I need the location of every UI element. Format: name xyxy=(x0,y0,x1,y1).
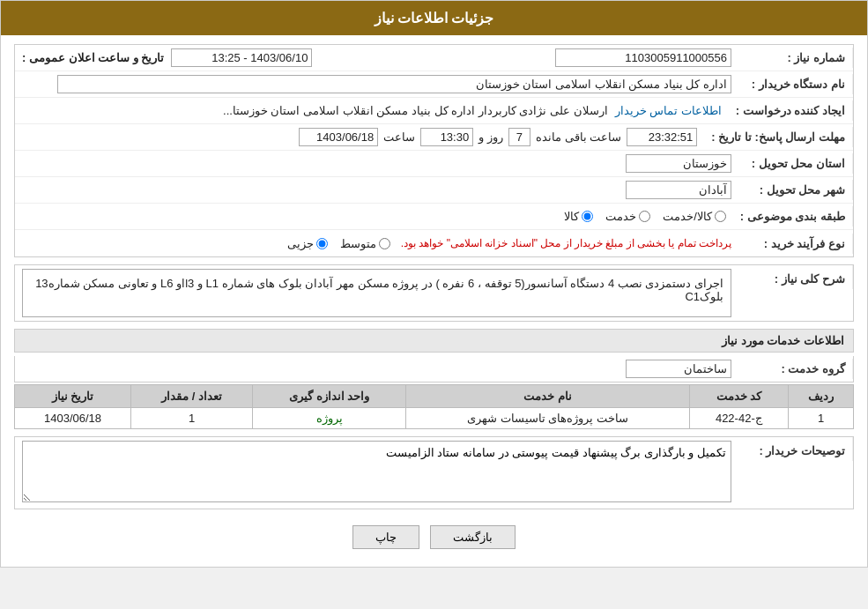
ijad-konande-label: ایجاد کننده درخواست : xyxy=(729,100,853,121)
radio-kala-khedmat-item: کالا/خدمت xyxy=(663,210,726,223)
shahr-value: آبادان xyxy=(626,181,731,199)
radio-motavaset[interactable] xyxy=(379,238,390,249)
col-vahed: واحد اندازه گیری xyxy=(253,385,406,408)
col-namkhedmat: نام خدمت xyxy=(406,385,689,408)
tarighe-label: طبقه بندی موضوعی : xyxy=(733,206,853,227)
remaining-label: ساعت باقی مانده xyxy=(536,130,621,144)
nove-farayand-label: نوع فرآیند خرید : xyxy=(738,234,853,254)
ijad-konande-value: اطلاعات تماس خریدار ارسلان علی نژادی کار… xyxy=(15,100,729,121)
nam-dastgah-value: اداره کل بنیاد مسکن انقلاب اسلامی استان … xyxy=(15,71,738,97)
roz-value: 7 xyxy=(508,128,530,146)
grohe-khedmat-label: گروه خدمت : xyxy=(738,359,853,379)
radio-kala-khedmat-label: کالا/خدمت xyxy=(663,210,712,223)
radio-motavaset-label: متوسط xyxy=(340,237,376,250)
saet-value: 13:30 xyxy=(420,128,473,146)
date-value: 1403/06/18 xyxy=(299,128,378,146)
grohe-khedmat-value: ساختمان xyxy=(626,360,731,378)
radio-kala-khedmat[interactable] xyxy=(715,211,726,222)
ettelaat-section-title: اطلاعات خدمات مورد نیاز xyxy=(14,329,854,353)
services-table: ردیف کد خدمت نام خدمت واحد اندازه گیری ت… xyxy=(14,384,854,429)
shahr-label: شهر محل تحویل : xyxy=(738,180,853,200)
print-button[interactable]: چاپ xyxy=(352,525,419,549)
table-row: 1ج-42-422ساخت پروژه‌های تاسیسات شهریپروژ… xyxy=(15,408,854,429)
toseeh-label: توصیحات خریدار : xyxy=(738,437,853,461)
tarikh-elan-label: تاریخ و ساعت اعلان عمومی : xyxy=(22,51,164,64)
col-radif: ردیف xyxy=(789,385,854,408)
ostan-value: خوزستان xyxy=(626,154,731,173)
sharh-koli-label: شرح کلی نیاز : xyxy=(738,265,853,289)
radio-jozvi[interactable] xyxy=(316,238,328,249)
col-kodkhedmat: کد خدمت xyxy=(689,385,788,408)
nam-dastgah-label: نام دستگاه خریدار : xyxy=(738,74,853,94)
tarikh-elan-input: 1403/06/10 - 13:25 xyxy=(171,48,312,67)
radio-kala-item: کالا xyxy=(564,210,593,223)
shomare-niaz-input: 1103005911000556 xyxy=(555,48,731,67)
ostan-label: استان محل تحویل : xyxy=(738,153,853,174)
radio-kala[interactable] xyxy=(582,211,593,222)
shomare-niaz-value: 1103005911000556 xyxy=(377,45,739,71)
mohlat-ersal-label: مهلت ارسال پاسخ: تا تاریخ : xyxy=(704,127,853,147)
radio-kala-label: کالا xyxy=(564,210,579,223)
ijad-konande-text: ارسلان علی نژادی کاربردار اداره کل بنیاد… xyxy=(223,104,608,117)
contact-link[interactable]: اطلاعات تماس خریدار xyxy=(615,104,722,117)
radio-khedmat-item: خدمت xyxy=(605,210,650,223)
radio-khedmat-label: خدمت xyxy=(605,210,636,223)
radio-jozvi-label: جزیی xyxy=(287,237,314,250)
page-header: جزئیات اطلاعات نیاز xyxy=(1,1,867,35)
nam-dastgah-input: اداره کل بنیاد مسکن انقلاب اسلامی استان … xyxy=(57,75,731,93)
radio-jozvi-item: جزیی xyxy=(287,237,328,250)
shomare-niaz-label: شماره نیاز : xyxy=(738,48,853,68)
radio-khedmat[interactable] xyxy=(639,211,650,222)
nove-farayand-note: پرداخت تمام یا بخشی از مبلغ خریدار از مح… xyxy=(401,237,731,249)
sharh-koli-value: اجرای دستمزدی نصب 4 دستگاه آسانسور(5 توق… xyxy=(35,277,723,303)
roz-label: روز و xyxy=(479,130,503,144)
back-button[interactable]: بازگشت xyxy=(430,525,516,549)
page-title: جزئیات اطلاعات نیاز xyxy=(375,11,494,26)
toseeh-textarea[interactable] xyxy=(22,441,731,502)
remaining-time: 23:32:51 xyxy=(627,128,697,146)
col-tarikh: تاریخ نیاز xyxy=(15,385,131,408)
saet-label: ساعت xyxy=(383,130,415,144)
col-tedad: تعداد / مقدار xyxy=(131,385,253,408)
radio-motavaset-item: متوسط xyxy=(340,237,390,250)
